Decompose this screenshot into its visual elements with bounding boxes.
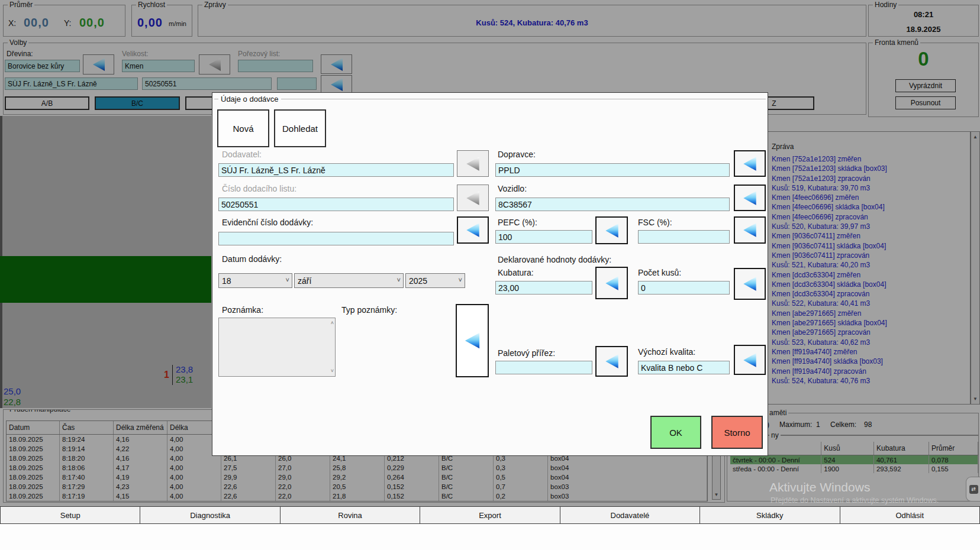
pocet-kusu-picker-button[interactable] [734, 268, 766, 300]
vozidlo-field[interactable] [495, 198, 730, 211]
dodavatel-label: Dodavatel: [222, 150, 262, 159]
day-value: 18 [222, 276, 231, 286]
left-arrow-icon [465, 155, 481, 173]
cislo-listu-field[interactable] [218, 198, 454, 211]
pefc-field[interactable] [495, 230, 592, 244]
dopravce-field[interactable] [495, 163, 730, 177]
remote-control-icon: ⇄ [969, 485, 978, 494]
delivery-dialog: Údaje o dodávce Nová Dohledat Dodavatel:… [212, 92, 768, 456]
vychozi-kvalita-field[interactable] [638, 361, 730, 374]
vozidlo-picker-button[interactable] [734, 185, 766, 211]
left-arrow-icon [742, 155, 758, 173]
left-arrow-icon [742, 221, 758, 239]
cislo-listu-picker-button[interactable] [457, 185, 489, 211]
bottom-strip [0, 524, 980, 550]
vychozi-kvalita-picker-button[interactable] [734, 345, 766, 375]
paletovy-field[interactable] [495, 361, 592, 374]
vychozi-kvalita-label: Výchozí kvalita: [638, 347, 695, 357]
bottom-nav-bar: SetupDiagnostikaRovinaExportDodavateléSk… [0, 506, 980, 524]
typ-poznamky-picker-button[interactable] [456, 304, 489, 377]
left-arrow-icon [463, 331, 482, 351]
nav-button-export[interactable]: Export [420, 506, 560, 524]
chevron-down-icon: ˅ [459, 276, 462, 283]
kubatura-picker-button[interactable] [595, 267, 628, 299]
left-arrow-icon [742, 189, 758, 207]
dialog-title: Údaje o dodávce [218, 95, 281, 103]
windows-watermark-subtitle: Přejděte do Nastavení a aktivujte systém… [771, 496, 939, 504]
nav-button-setup[interactable]: Setup [0, 506, 140, 524]
app-window: Průměr X: 00,0 Y: 00,0 Rychlost 0,00 m/m… [0, 0, 980, 550]
dodavatel-field[interactable] [218, 163, 454, 177]
ok-button[interactable]: OK [650, 416, 701, 449]
datum-label: Datum dodávky: [222, 254, 282, 264]
storno-button[interactable]: Storno [711, 416, 763, 449]
left-arrow-icon [604, 274, 620, 292]
dohledat-button[interactable]: Dohledat [274, 109, 326, 147]
remote-control-handle[interactable]: ⇄ [966, 477, 980, 502]
typ-poznamky-label: Typ poznámky: [341, 305, 397, 315]
year-dropdown[interactable]: 2025 ˅ [405, 273, 465, 288]
kubatura-label: Kubatura: [498, 268, 534, 277]
left-arrow-icon [604, 222, 620, 240]
dopravce-picker-button[interactable] [734, 150, 766, 177]
poznamka-label: Poznámka: [222, 305, 263, 315]
pefc-picker-button[interactable] [595, 216, 628, 244]
nav-button-skládky[interactable]: Skládky [700, 506, 840, 524]
kubatura-field[interactable] [495, 281, 592, 295]
cislo-listu-label: Číslo dodacího listu: [222, 184, 296, 193]
evidencni-label: Evidenční číslo dodávky: [222, 218, 313, 227]
windows-watermark-title: Aktivujte Windows [769, 480, 870, 494]
scroll-down-icon[interactable]: ˅ [331, 368, 334, 374]
chevron-down-icon: ˅ [397, 276, 401, 283]
nav-button-rovina[interactable]: Rovina [281, 506, 420, 524]
chevron-down-icon: ˅ [286, 276, 289, 283]
nav-button-odhlásit[interactable]: Odhlásit [840, 506, 980, 524]
nova-button[interactable]: Nová [217, 109, 269, 147]
dopravce-label: Dopravce: [498, 150, 536, 159]
left-arrow-icon [604, 352, 620, 370]
nav-button-diagnostika[interactable]: Diagnostika [140, 506, 280, 524]
evidencni-field[interactable] [218, 232, 454, 245]
vozidlo-label: Vozidlo: [498, 184, 527, 193]
dodavatel-picker-button[interactable] [457, 150, 489, 177]
deklarovane-label: Deklarované hodnoty dodávky: [498, 255, 611, 264]
left-arrow-icon [465, 189, 481, 207]
pocet-kusu-field[interactable] [638, 281, 730, 295]
left-arrow-icon [742, 351, 758, 369]
left-arrow-icon [465, 221, 481, 239]
fsc-picker-button[interactable] [734, 216, 766, 244]
pefc-label: PEFC (%): [498, 218, 537, 227]
left-arrow-icon [742, 275, 758, 293]
month-value: září [298, 276, 311, 286]
year-value: 2025 [409, 276, 427, 286]
paletovy-label: Paletový přířez: [498, 348, 555, 358]
nav-button-dodavatelé[interactable]: Dodavatelé [560, 506, 700, 524]
poznamka-textarea[interactable]: ˄ ˅ [218, 318, 336, 377]
day-dropdown[interactable]: 18 ˅ [218, 273, 292, 288]
evidencni-picker-button[interactable] [457, 216, 489, 244]
scroll-up-icon[interactable]: ˄ [331, 321, 334, 326]
pocet-kusu-label: Počet kusů: [638, 268, 681, 277]
fsc-field[interactable] [638, 230, 730, 244]
fsc-label: FSC (%): [638, 218, 672, 227]
paletovy-picker-button[interactable] [595, 346, 628, 377]
month-dropdown[interactable]: září ˅ [294, 273, 404, 288]
